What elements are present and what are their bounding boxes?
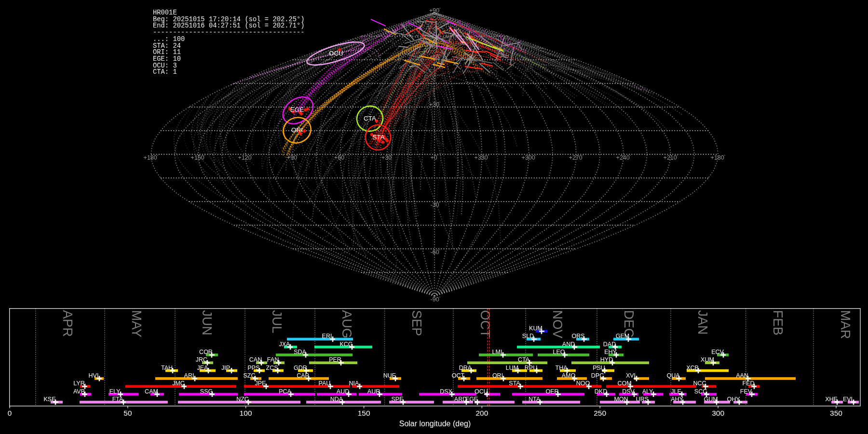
svg-text:SCC: SCC (694, 388, 707, 395)
svg-text:XUM: XUM (701, 356, 714, 363)
svg-text:STA: STA (509, 380, 520, 387)
svg-text:+210˚: +210˚ (664, 154, 678, 161)
svg-text:AUD: AUD (337, 388, 349, 395)
svg-text:PSU: PSU (593, 365, 605, 371)
svg-text:CTA: 1: CTA: 1 (153, 68, 177, 76)
svg-text:+30˚: +30˚ (381, 154, 393, 161)
svg-text:AVB: AVB (73, 388, 85, 395)
svg-text:ORS: ORS (571, 333, 584, 339)
svg-text:JLE: JLE (671, 388, 681, 395)
svg-text:ARI: ARI (184, 372, 194, 379)
svg-text:NUE: NUE (383, 372, 396, 379)
svg-text:AUR: AUR (367, 388, 380, 395)
svg-text:LMI: LMI (492, 349, 502, 355)
svg-text:OCT: OCT (478, 310, 492, 338)
svg-text:TAH: TAH (161, 365, 173, 371)
svg-text:SZC: SZC (244, 372, 256, 379)
svg-text:SLD: SLD (522, 333, 534, 339)
svg-text:THA: THA (556, 365, 568, 371)
svg-text:XHE: XHE (825, 396, 838, 403)
svg-text:50: 50 (123, 409, 132, 417)
svg-text:RPU: RPU (525, 365, 537, 371)
svg-text:ELY: ELY (109, 388, 121, 395)
svg-text:NOV: NOV (550, 310, 565, 339)
svg-text:SSG: SSG (200, 388, 213, 395)
svg-text:SDA: SDA (294, 349, 306, 355)
svg-text:+180˚: +180˚ (144, 154, 159, 161)
svg-text:COM: COM (617, 380, 631, 387)
svg-text:DPC: DPC (591, 372, 604, 379)
svg-text:NZC: NZC (236, 396, 249, 403)
svg-text:OHY: OHY (727, 396, 740, 403)
svg-text:EGE: EGE (290, 106, 304, 113)
svg-text:MON: MON (614, 396, 628, 403)
svg-text:350: 350 (830, 409, 842, 417)
svg-text:AHY: AHY (671, 396, 683, 403)
svg-text:SPE: SPE (391, 396, 403, 403)
svg-text:300: 300 (712, 409, 724, 417)
svg-text:+120˚: +120˚ (238, 154, 253, 161)
svg-text:FAN: FAN (267, 356, 279, 363)
svg-text:AUG: AUG (339, 310, 354, 339)
svg-text:+300˚: +300˚ (522, 154, 537, 161)
svg-text:EGE: EGE (465, 396, 478, 403)
svg-text:NIA: NIA (349, 380, 360, 387)
svg-text:JEA: JEA (197, 365, 209, 371)
svg-text:FEB: FEB (771, 310, 785, 336)
svg-text:PAU: PAU (319, 380, 331, 387)
svg-text:CAP: CAP (297, 372, 309, 379)
svg-text:EHY: EHY (604, 349, 617, 355)
svg-text:ORI: ORI (492, 372, 503, 379)
svg-text:FED: FED (743, 380, 755, 387)
svg-text:GUM: GUM (704, 396, 718, 403)
svg-text:COR: COR (199, 349, 213, 355)
svg-text:+90˚: +90˚ (429, 7, 441, 14)
svg-text:CAM: CAM (145, 388, 158, 395)
svg-text:AAN: AAN (736, 372, 748, 379)
svg-text:+150˚: +150˚ (191, 154, 206, 161)
svg-text:CAN: CAN (249, 356, 262, 363)
svg-text:NOO: NOO (576, 380, 590, 387)
svg-text:HVI: HVI (89, 372, 99, 379)
svg-text:NDA: NDA (330, 396, 343, 403)
svg-text:JUN: JUN (200, 310, 214, 336)
svg-text:KCG: KCG (339, 341, 353, 348)
svg-text:CTA: CTA (364, 115, 376, 122)
svg-text:MAR: MAR (838, 310, 853, 339)
svg-text:LEO: LEO (553, 349, 565, 355)
svg-text:DSX: DSX (440, 388, 452, 395)
svg-text:-60˚: -60˚ (431, 249, 441, 256)
svg-text:CTA: CTA (518, 356, 530, 363)
svg-text:NCC: NCC (693, 380, 706, 387)
svg-text:0: 0 (8, 409, 12, 417)
svg-text:JRC: JRC (196, 356, 207, 363)
svg-text:SEP: SEP (409, 310, 424, 336)
svg-text:URS: URS (636, 396, 649, 403)
svg-text:OER: OER (545, 388, 558, 395)
svg-text:DSV: DSV (622, 388, 635, 395)
svg-text:+330˚: +330˚ (475, 154, 489, 161)
svg-text:JXA: JXA (279, 341, 291, 348)
svg-text:GEM: GEM (616, 333, 629, 339)
svg-text:XVI: XVI (626, 372, 636, 379)
svg-text:200: 200 (475, 409, 488, 417)
svg-text:AMO: AMO (562, 372, 576, 379)
svg-text:+240˚: +240˚ (616, 154, 631, 161)
svg-text:ALY: ALY (642, 388, 653, 395)
svg-text:JPE: JPE (255, 380, 266, 387)
svg-text:+180˚: +180˚ (711, 154, 726, 161)
svg-text:STA: STA (372, 134, 384, 141)
svg-text:MAY: MAY (129, 310, 144, 338)
svg-text:JUL: JUL (270, 310, 284, 333)
svg-text:PCA: PCA (279, 388, 291, 395)
svg-text:-90˚: -90˚ (431, 296, 441, 303)
svg-text:OCU: OCU (475, 388, 488, 395)
svg-text:+60˚: +60˚ (429, 54, 441, 61)
svg-text:+270˚: +270˚ (569, 154, 584, 161)
svg-text:LUM: LUM (506, 365, 518, 371)
svg-text:KUM: KUM (529, 325, 542, 332)
svg-text:PPS: PPS (247, 365, 259, 371)
svg-text:OCT: OCT (452, 372, 465, 379)
svg-text:EVI: EVI (843, 396, 853, 403)
svg-text:+30˚: +30˚ (429, 101, 441, 108)
